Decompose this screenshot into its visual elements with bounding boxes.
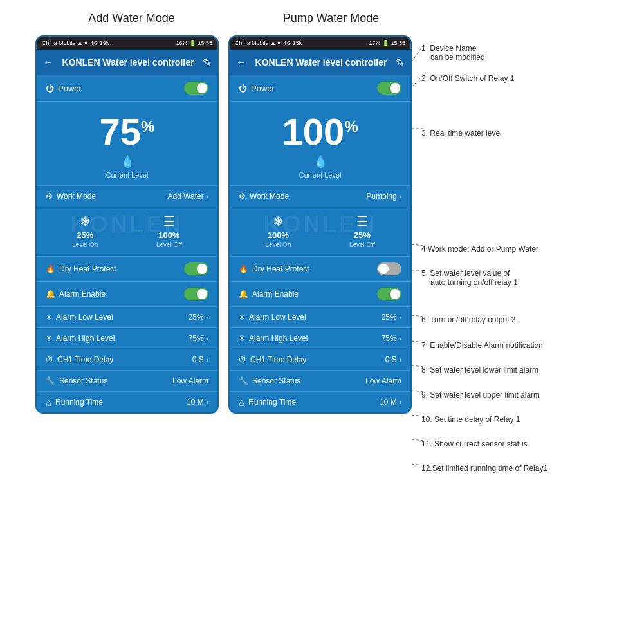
left-sun-high-icon: ✳ bbox=[46, 334, 52, 343]
left-dry-heat-toggle[interactable] bbox=[184, 262, 208, 275]
left-current-level-label: Current Level bbox=[43, 171, 211, 179]
right-gear-icon: ⚙ bbox=[239, 192, 246, 201]
right-work-mode-row[interactable]: ⚙ Work Mode Pumping › bbox=[230, 185, 410, 207]
left-alarm-high-chevron: › bbox=[207, 335, 208, 342]
right-wrench-icon: 🔧 bbox=[239, 376, 248, 385]
right-drop-icon: 💧 bbox=[236, 154, 404, 169]
right-power-toggle[interactable] bbox=[377, 82, 401, 95]
right-alarm-enable-row: 🔔 Alarm Enable bbox=[230, 281, 410, 306]
left-power-label: ⏻ Power bbox=[46, 84, 82, 93]
left-dry-heat-row: 🔥 Dry Heat Protect bbox=[37, 256, 217, 281]
right-sun-low-icon: ✳ bbox=[239, 313, 245, 322]
right-ch1-chevron: › bbox=[400, 356, 401, 363]
right-status-right: 17% 🔋 15:35 bbox=[369, 40, 405, 46]
annotation-1: 1. Device Name can be modified bbox=[421, 44, 485, 62]
right-app-header: ← KONLEN Water level controller ✎ bbox=[230, 50, 410, 75]
left-watermark: KONLEN bbox=[71, 211, 184, 238]
right-clock-icon: ⏱ bbox=[239, 355, 246, 364]
annotation-4: 4.Work mode: Add or Pump Water bbox=[421, 244, 538, 253]
right-bell-icon: 🔔 bbox=[239, 290, 248, 299]
left-status-left: China Mobile ▲▼ 4G 19k bbox=[42, 40, 109, 46]
right-power-icon: ⏻ bbox=[239, 84, 247, 93]
left-power-icon: ⏻ bbox=[46, 84, 54, 93]
left-running-time-row[interactable]: △ Running Time 10 M › bbox=[37, 391, 217, 412]
right-dry-heat-row: 🔥 Dry Heat Protect bbox=[230, 256, 410, 281]
annotation-5: 5. Set water level value of auto turning… bbox=[421, 269, 518, 287]
left-drop-icon: 💧 bbox=[43, 154, 211, 169]
left-ch1-delay-row[interactable]: ⏱ CH1 Time Delay 0 S › bbox=[37, 349, 217, 370]
left-bell-icon: 🔔 bbox=[46, 290, 55, 299]
right-alarm-toggle[interactable] bbox=[377, 288, 401, 300]
left-back-icon[interactable]: ← bbox=[43, 57, 53, 68]
left-wrench-icon: 🔧 bbox=[46, 376, 55, 385]
left-mode-title: Add Water Mode bbox=[40, 12, 223, 25]
right-phone: China Mobile ▲▼ 4G 15k 17% 🔋 15:35 ← KON… bbox=[228, 35, 412, 414]
left-ch1-chevron: › bbox=[207, 356, 208, 363]
left-alarm-enable-row: 🔔 Alarm Enable bbox=[37, 281, 217, 306]
right-alarm-high-chevron: › bbox=[400, 335, 401, 342]
left-edit-icon[interactable]: ✎ bbox=[203, 57, 211, 69]
left-triangle-icon: △ bbox=[46, 398, 51, 407]
right-watermark: KONLEN bbox=[264, 211, 377, 238]
left-status-right: 16% 🔋 15:53 bbox=[176, 40, 212, 46]
right-alarm-high-row[interactable]: ✳ Alarm High Level 75% › bbox=[230, 327, 410, 349]
right-sensor-row: 🔧 Sensor Status Low Alarm bbox=[230, 370, 410, 391]
right-status-bar: China Mobile ▲▼ 4G 15k 17% 🔋 15:35 bbox=[230, 37, 410, 50]
right-power-row: ⏻ Power bbox=[230, 75, 410, 102]
right-ch1-delay-row[interactable]: ⏱ CH1 Time Delay 0 S › bbox=[230, 349, 410, 370]
left-alarm-high-row[interactable]: ✳ Alarm High Level 75% › bbox=[37, 327, 217, 349]
right-triangle-icon: △ bbox=[239, 398, 244, 407]
right-work-mode-chevron: › bbox=[400, 193, 401, 200]
left-clock-icon: ⏱ bbox=[46, 355, 53, 364]
left-alarm-toggle[interactable] bbox=[184, 288, 208, 300]
right-flame-icon: 🔥 bbox=[239, 264, 248, 273]
right-mode-title: Pump Water Mode bbox=[239, 12, 423, 25]
left-level-display: KONLEN 75% 💧 Current Level bbox=[37, 102, 217, 185]
right-header-title: KONLEN Water level controller bbox=[255, 57, 387, 68]
right-level-percent: 100% bbox=[236, 113, 404, 151]
left-sun-low-icon: ✳ bbox=[46, 313, 52, 322]
right-status-left: China Mobile ▲▼ 4G 15k bbox=[235, 40, 302, 46]
right-running-chevron: › bbox=[400, 399, 401, 406]
left-app-header: ← KONLEN Water level controller ✎ bbox=[37, 50, 217, 75]
page-container: Add Water Mode Pump Water Mode China Mob… bbox=[0, 0, 644, 644]
left-phone: China Mobile ▲▼ 4G 19k 16% 🔋 15:53 ← KON… bbox=[35, 35, 219, 414]
right-power-label: ⏻ Power bbox=[239, 84, 275, 93]
annotation-10: 10. Set time delay of Relay 1 bbox=[421, 415, 520, 424]
left-level-percent: 75% bbox=[43, 113, 211, 151]
left-status-bar: China Mobile ▲▼ 4G 19k 16% 🔋 15:53 bbox=[37, 37, 217, 50]
right-dry-heat-toggle[interactable] bbox=[377, 262, 401, 275]
left-header-title: KONLEN Water level controller bbox=[62, 57, 194, 68]
annotation-8: 8. Set water level lower limit alarm bbox=[421, 365, 538, 374]
left-power-row: ⏻ Power bbox=[37, 75, 217, 102]
left-flame-icon: 🔥 bbox=[46, 264, 55, 273]
annotation-7: 7. Enable/Disable Alarm notification bbox=[421, 341, 543, 350]
annotation-12: 12.Set limited running time of Relay1 bbox=[421, 464, 547, 473]
right-level-display: KONLEN 100% 💧 Current Level bbox=[230, 102, 410, 185]
left-work-mode-chevron: › bbox=[207, 193, 208, 200]
right-alarm-low-row[interactable]: ✳ Alarm Low Level 25% › bbox=[230, 306, 410, 327]
right-back-icon[interactable]: ← bbox=[236, 57, 246, 68]
annotation-6: 6. Turn on/off relay output 2 bbox=[421, 315, 516, 324]
phones-row: China Mobile ▲▼ 4G 19k 16% 🔋 15:53 ← KON… bbox=[35, 35, 412, 414]
right-edit-icon[interactable]: ✎ bbox=[396, 57, 404, 69]
right-alarm-low-chevron: › bbox=[400, 314, 401, 321]
right-running-time-row[interactable]: △ Running Time 10 M › bbox=[230, 391, 410, 412]
annotation-2: 2. On/Off Switch of Relay 1 bbox=[421, 74, 515, 83]
left-alarm-low-row[interactable]: ✳ Alarm Low Level 25% › bbox=[37, 306, 217, 327]
left-work-mode-row[interactable]: ⚙ Work Mode Add Water › bbox=[37, 185, 217, 207]
left-gear-icon: ⚙ bbox=[46, 192, 53, 201]
annotation-3: 3. Real time water level bbox=[421, 129, 502, 138]
annotation-9: 9. Set water level upper limit alarm bbox=[421, 391, 540, 400]
annotation-11: 11. Show currect sensor status bbox=[421, 439, 528, 448]
left-running-chevron: › bbox=[207, 399, 208, 406]
left-alarm-low-chevron: › bbox=[207, 314, 208, 321]
right-current-level-label: Current Level bbox=[236, 171, 404, 179]
right-sun-high-icon: ✳ bbox=[239, 334, 245, 343]
left-power-toggle[interactable] bbox=[184, 82, 208, 95]
left-sensor-row: 🔧 Sensor Status Low Alarm bbox=[37, 370, 217, 391]
